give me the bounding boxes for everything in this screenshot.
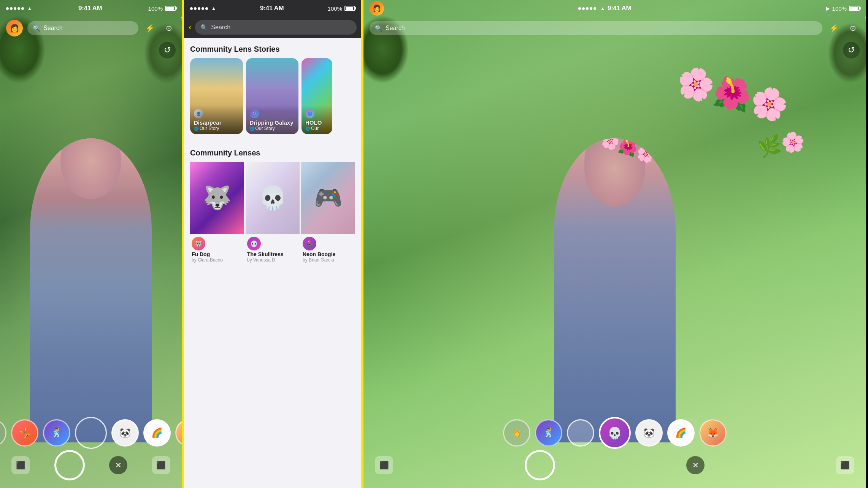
- story-creator-avatar-holo: 🌀: [305, 109, 314, 118]
- center-content: Community Lens Stories 👤 Disappear 🌐 Our…: [184, 38, 361, 488]
- lens-creator-row-neon-boogie: 🕹️: [303, 237, 354, 250]
- carousel-item-right-0[interactable]: 👋: [503, 419, 530, 447]
- lens-creator-neon-boogie: by Brian Garcia: [303, 257, 354, 263]
- lens-img-neon-boogie: 🎮: [301, 162, 355, 234]
- close-button-right[interactable]: ✕: [686, 456, 705, 474]
- carousel-item-left-2[interactable]: 🕺: [43, 419, 70, 447]
- lenses-grid: 🐺 🐺 Fu Dog by Clara Bacou 💀 💀: [184, 162, 361, 272]
- lens-info-fu-dog: 🐺 Fu Dog by Clara Bacou: [190, 234, 244, 264]
- status-bar-left: ▲ 9:41 AM 100%: [0, 0, 182, 17]
- camera-switch-button-left[interactable]: ⊙: [162, 21, 176, 35]
- gallery-button-right[interactable]: ⬛: [836, 456, 854, 474]
- status-left: ▲: [6, 5, 32, 11]
- avatar-left[interactable]: 👩: [6, 20, 23, 36]
- carousel-item-right-6[interactable]: 🦊: [699, 419, 727, 447]
- lens-card-neon-boogie[interactable]: 🎮 🕹️ Neon Boogie by Brian Garcia: [301, 162, 355, 264]
- signal-dot-r4: [590, 7, 592, 10]
- status-right-right: ▶ 100%: [826, 5, 860, 12]
- carousel-item-right-1[interactable]: 🕺: [535, 419, 562, 447]
- flash-x-right: ✕: [865, 16, 866, 21]
- carousel-emoji-right-4: 🐼: [643, 428, 655, 438]
- lens-creator-avatar-fu-dog: 🐺: [192, 237, 205, 250]
- bottom-controls-right: ⬛ ✕ ⬛: [363, 450, 866, 488]
- flash-button-left[interactable]: ⚡ ✕: [143, 21, 157, 35]
- back-button-center[interactable]: ‹: [189, 22, 191, 32]
- search-bar-left[interactable]: 🔍 Search: [27, 21, 138, 35]
- story-subtitle-disappear: 🌐 Our Story: [194, 126, 239, 131]
- carousel-item-right-2[interactable]: [567, 419, 594, 447]
- camera-rotate-left[interactable]: ↺: [159, 42, 176, 59]
- carousel-item-left-1[interactable]: 🤸: [11, 419, 38, 447]
- carousel-emoji-right-3: 💀: [608, 426, 622, 440]
- camera-switch-button-right[interactable]: ⊙: [846, 21, 860, 35]
- memories-icon-right: ⬛: [379, 461, 389, 470]
- signal-dots-right: [578, 7, 596, 10]
- camera-background-left: [0, 0, 182, 488]
- gallery-button-left[interactable]: ⬛: [152, 456, 170, 474]
- close-icon-right: ✕: [692, 461, 699, 470]
- story-creator-row-dripping-galaxy: 🔮: [250, 109, 295, 118]
- lens-card-fu-dog[interactable]: 🐺 🐺 Fu Dog by Clara Bacou: [190, 162, 244, 264]
- lens-card-skulltress[interactable]: 💀 💀 The Skulltress by Vanessa D.: [246, 162, 300, 264]
- camera-switch-icon-left: ⊙: [166, 24, 172, 33]
- signal-dot-1: [6, 7, 9, 10]
- stories-row: 👤 Disappear 🌐 Our Story 🔮: [184, 58, 361, 142]
- battery-pct-left: 100%: [148, 5, 163, 12]
- carousel-item-left-0[interactable]: 🐾: [0, 419, 6, 447]
- status-time-right: 9:41 AM: [608, 5, 631, 12]
- carousel-item-right-5[interactable]: 🌈: [667, 419, 695, 447]
- story-title-disappear: Disappear: [194, 119, 239, 126]
- close-button-left[interactable]: ✕: [109, 456, 127, 474]
- globe-icon-disappear: 🌐: [194, 127, 198, 131]
- wifi-icon-center: ▲: [211, 5, 216, 11]
- story-creator-row-holo: 🌀: [305, 109, 328, 118]
- lens-name-fu-dog: Fu Dog: [192, 251, 243, 257]
- center-header: ▲ 9:41 AM 100% ‹ 🔍 Search: [184, 0, 361, 38]
- carousel-item-right-4[interactable]: 🐼: [635, 419, 663, 447]
- battery-icon-left: [165, 6, 176, 11]
- community-lens-stories-title: Community Lens Stories: [184, 38, 361, 58]
- floral-decoration: 🌸🌺🌸: [673, 62, 792, 126]
- carousel-item-left-6[interactable]: 🦊: [175, 419, 184, 447]
- search-bar-center[interactable]: 🔍 Search: [195, 20, 357, 35]
- story-title-dripping-galaxy: Dripping Galaxy: [250, 119, 295, 126]
- avatar-right[interactable]: 👩: [370, 1, 384, 16]
- search-bar-right[interactable]: 🔍 Search: [370, 21, 822, 35]
- wifi-icon-right: ▲: [600, 5, 605, 11]
- community-lenses-section: Community Lenses 🐺 🐺 Fu Dog by Clara Bac…: [184, 142, 361, 272]
- status-right-left: 100%: [148, 5, 176, 12]
- carousel-emoji-left-2: 🕺: [51, 428, 62, 438]
- story-card-holo[interactable]: 🌀 HOLO 🌐 Our: [301, 58, 332, 134]
- carousel-item-left-5[interactable]: 🌈: [143, 419, 171, 447]
- shutter-button-left[interactable]: [54, 450, 85, 480]
- lens-name-skulltress: The Skulltress: [247, 251, 298, 257]
- story-card-dripping-galaxy[interactable]: 🔮 Dripping Galaxy 🌐 Our Story: [246, 58, 299, 134]
- story-subtitle-text-holo: Our: [311, 126, 319, 131]
- story-card-disappear[interactable]: 👤 Disappear 🌐 Our Story: [190, 58, 243, 134]
- status-bar-right: 👩 ▲ 9:41 AM ▶ 100%: [363, 0, 866, 17]
- signal-dots-center: [190, 7, 208, 10]
- lens-carousel-left: 🐾 🤸 🕺 🐼 🌈 🦊: [0, 416, 182, 450]
- camera-rotate-right[interactable]: ↺: [843, 42, 860, 59]
- carousel-emoji-right-5: 🌈: [675, 428, 687, 438]
- globe-icon-dripping-galaxy: 🌐: [250, 127, 254, 131]
- right-panel: 🌸🌺🌸 🌿🌸 👩 ▲ 9:41 AM ▶ 100: [363, 0, 866, 488]
- carousel-item-left-3-shutter[interactable]: [75, 417, 107, 449]
- flash-button-right[interactable]: ⚡ ✕: [827, 21, 841, 35]
- search-placeholder-right: Search: [386, 25, 405, 32]
- search-icon-left: 🔍: [33, 25, 40, 32]
- lens-info-skulltress: 💀 The Skulltress by Vanessa D.: [246, 234, 300, 264]
- battery-fill-center: [346, 7, 353, 10]
- carousel-item-left-4[interactable]: 🐼: [111, 419, 139, 447]
- left-panel: ▲ 9:41 AM 100% 👩 🔍 Search ⚡ ✕ ⊙ ↺: [0, 0, 184, 488]
- signal-dot-r3: [586, 7, 589, 10]
- memories-button-left[interactable]: ⬛: [11, 456, 30, 474]
- memories-button-right[interactable]: ⬛: [375, 456, 393, 474]
- carousel-emoji-right-1: 🕺: [543, 428, 554, 438]
- close-icon-left: ✕: [115, 461, 122, 470]
- carousel-item-right-3-skulltress[interactable]: 💀: [599, 417, 631, 449]
- snap-header-right: 🔍 Search ⚡ ✕ ⊙: [363, 17, 866, 40]
- story-overlay-dripping-galaxy: 🔮 Dripping Galaxy 🌐 Our Story: [246, 105, 299, 134]
- right-panel-content: 🌸🌺🌸 🌿🌸 👩 ▲ 9:41 AM ▶ 100: [363, 0, 866, 488]
- shutter-button-right[interactable]: [525, 450, 555, 480]
